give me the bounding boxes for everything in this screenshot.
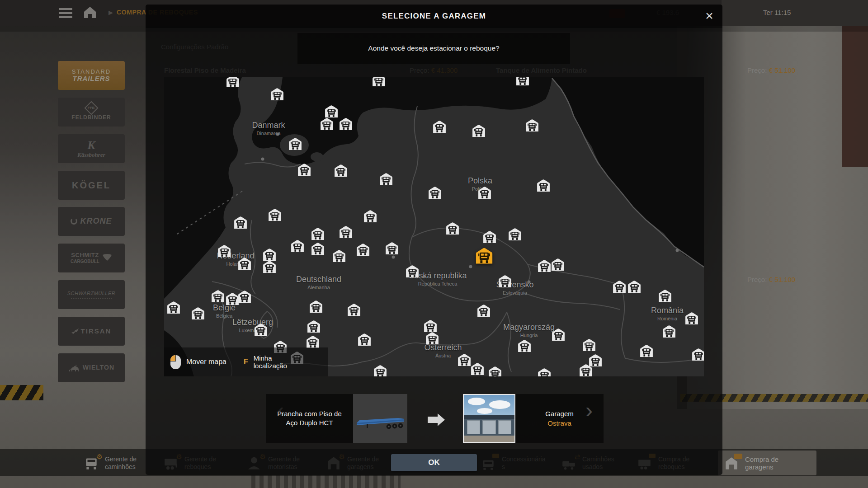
garage-map-icon[interactable]: [525, 119, 540, 132]
garage-map-icon[interactable]: [498, 275, 513, 288]
garage-map-icon[interactable]: [684, 312, 699, 325]
screen: ▶ COMPRA DE REBOQUES € 193.6 Ter 11:15 S…: [0, 0, 868, 488]
map-city-dot: [469, 265, 472, 268]
garage-map-icon[interactable]: [254, 323, 269, 336]
garage-map-icon[interactable]: [508, 228, 523, 241]
garage-map-icon[interactable]: [309, 300, 324, 313]
dialog-question-box: Aonde você deseja estacionar o reboque?: [297, 33, 570, 64]
my-location-button[interactable]: Minha localização: [254, 354, 302, 370]
garage-map-icon[interactable]: [233, 216, 248, 229]
select-garage-dialog: SELECIONE A GARAGEM × Aonde você deseja …: [146, 5, 722, 475]
garage-map-icon[interactable]: [579, 364, 594, 376]
map-city-dot: [676, 249, 679, 252]
close-icon[interactable]: ×: [701, 7, 718, 24]
garage-map-icon[interactable]: [166, 301, 181, 314]
garage-map-icon[interactable]: [191, 307, 206, 320]
garage-map-icon[interactable]: [582, 338, 597, 352]
map-city-dot: [261, 158, 264, 161]
garage-map-icon[interactable]: [662, 325, 677, 338]
garage-map-icon[interactable]: [537, 368, 552, 376]
map-city-dot: [276, 133, 279, 136]
garage-map-icon[interactable]: [334, 164, 349, 177]
garage-map-icon[interactable]: [373, 365, 388, 376]
garage-city: Ostrava: [545, 418, 574, 428]
garage-map-icon[interactable]: [347, 303, 362, 316]
trailer-name-panel: Prancha com Piso de Aço Duplo HCT: [266, 394, 353, 443]
garage-map-icon[interactable]: [290, 239, 305, 253]
garage-map-icon[interactable]: [470, 362, 485, 375]
garage-map-icon[interactable]: [488, 366, 503, 376]
garage-map-icon[interactable]: [537, 259, 552, 272]
garage-map-icon[interactable]: [311, 227, 326, 240]
garage-map-icon[interactable]: [385, 242, 400, 255]
move-map-hint: Mover mapa: [186, 358, 226, 366]
garage-map-icon[interactable]: [405, 265, 420, 278]
map-city-dot: [423, 275, 426, 278]
garage-map-icon[interactable]: [428, 186, 443, 199]
garage-map-icon[interactable]: [551, 328, 566, 341]
garage-map-icon[interactable]: [536, 179, 551, 192]
garage-map-icon[interactable]: [639, 344, 654, 357]
dialog-question: Aonde você deseja estacionar o reboque?: [368, 44, 499, 52]
garage-map-icon[interactable]: [476, 304, 491, 317]
garage-map-icon[interactable]: [339, 225, 354, 239]
trailer-thumbnail[interactable]: [353, 394, 407, 443]
garage-map-icon[interactable]: [262, 260, 277, 273]
garage-map-icon[interactable]: [306, 335, 321, 348]
garage-thumbnail[interactable]: [463, 394, 515, 443]
ok-button[interactable]: OK: [391, 454, 477, 471]
garage-map-icon[interactable]: [307, 320, 321, 333]
garage-map-icon[interactable]: [658, 289, 673, 302]
garage-map-icon[interactable]: [551, 258, 566, 271]
garage-map-icon[interactable]: [363, 210, 378, 223]
garage-map-icon[interactable]: [691, 348, 704, 361]
chevron-right-icon[interactable]: ›: [582, 397, 596, 424]
garage-map-icon[interactable]: [217, 244, 232, 258]
garage-map-icon[interactable]: [372, 77, 387, 87]
garage-map-icon[interactable]: [211, 290, 226, 303]
garage-map-icon[interactable]: [477, 186, 492, 199]
dialog-title: SELECIONE A GARAGEM: [146, 12, 722, 21]
garage-map-icon[interactable]: [517, 339, 532, 352]
garage-map-icon[interactable]: [237, 290, 252, 303]
garage-map-icon[interactable]: [482, 230, 497, 244]
garage-map-icon[interactable]: [262, 248, 277, 261]
map-city-dot: [528, 281, 531, 284]
garage-map-icon[interactable]: [288, 137, 303, 150]
garage-map-icon[interactable]: [237, 257, 252, 270]
garage-map-icon[interactable]: [297, 163, 312, 176]
map-controls-bar: Mover mapa F Minha localização: [164, 347, 328, 376]
garage-map-icon[interactable]: [472, 124, 486, 137]
garage-map-icon[interactable]: [339, 117, 354, 131]
f-key-hint[interactable]: F: [244, 358, 248, 366]
garage-map-icon[interactable]: [515, 77, 530, 86]
garage-photo-roof: [464, 415, 514, 419]
garage-map-icon-selected[interactable]: [475, 247, 494, 264]
garage-map-icon[interactable]: [356, 243, 371, 256]
garage-map-icon[interactable]: [332, 249, 347, 263]
mouse-icon: [170, 355, 181, 369]
garage-photo-ground: [464, 436, 514, 442]
garage-map-icon[interactable]: [425, 332, 440, 345]
garage-map-icon[interactable]: [320, 117, 335, 131]
garage-map-icon[interactable]: [432, 120, 447, 133]
garage-map-icon[interactable]: [357, 333, 372, 346]
garage-map-icon[interactable]: [379, 173, 394, 186]
garage-map-icon[interactable]: [268, 208, 283, 221]
garage-map-icon[interactable]: [324, 105, 339, 118]
garage-map-icon[interactable]: [612, 280, 627, 293]
trailer-name: Prancha com Piso de Aço Duplo HCT: [266, 409, 353, 427]
garage-map-icon[interactable]: [445, 222, 460, 235]
garage-map-icon[interactable]: [423, 319, 438, 333]
garage-map-icon[interactable]: [226, 77, 241, 88]
arrow-right-icon: [428, 417, 438, 423]
garage-map-icon[interactable]: [311, 242, 326, 255]
garage-map-icon[interactable]: [627, 280, 642, 293]
garage-map[interactable]: DanmarkDinamarcaPolskaPolôniaNederlandHo…: [164, 77, 704, 376]
map-city-dot: [392, 256, 395, 259]
garage-map-icon[interactable]: [270, 88, 285, 101]
garage-label: Garagem: [545, 409, 574, 418]
